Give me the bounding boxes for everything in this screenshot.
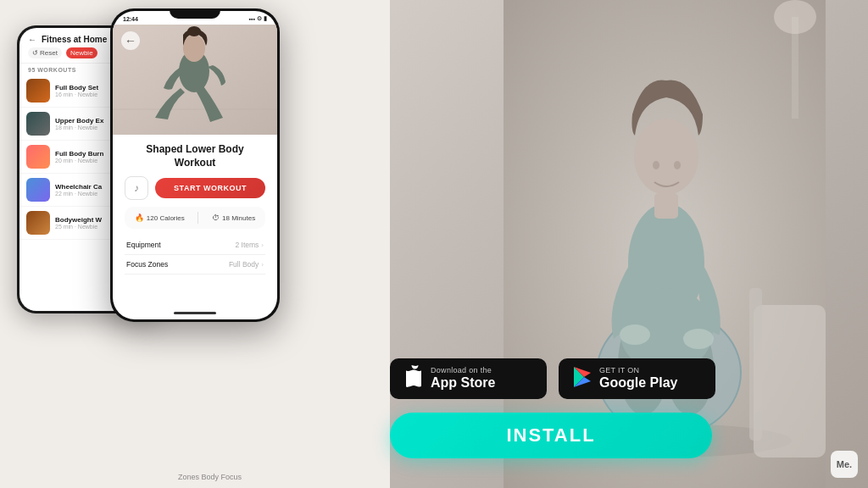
zones-body-focus-text: Zones Body Focus	[178, 473, 242, 481]
phone-front: 12:44 ▪▪▪ ⊙ ▮ ←	[110, 8, 280, 322]
clock-icon: ⏱	[212, 214, 220, 222]
hero-back-arrow[interactable]: ←	[121, 31, 140, 50]
svg-point-22	[183, 35, 205, 62]
google-play-icon	[572, 366, 593, 391]
app-title: Fitness at Home	[42, 35, 107, 44]
calories-stat: 🔥 120 Calories	[135, 212, 185, 224]
newbie-filter[interactable]: Newbie	[66, 47, 97, 58]
apple-icon	[403, 365, 424, 392]
app-store-button[interactable]: Download on the App Store	[390, 358, 547, 399]
chevron-right-icon: ›	[261, 261, 264, 269]
workout-stats: 🔥 120 Calories ⏱ 18 Minutes	[125, 207, 265, 229]
store-buttons: Download on the App Store GET IT ON Goog…	[390, 358, 868, 399]
duration-stat: ⏱ 18 Minutes	[212, 212, 255, 224]
music-button[interactable]: ♪	[125, 176, 148, 200]
right-panel: Download on the App Store GET IT ON Goog…	[373, 0, 868, 488]
workout-thumbnail	[26, 79, 50, 103]
workout-title: Shaped Lower Body Workout	[125, 143, 265, 169]
home-bar	[174, 312, 216, 314]
flame-icon: 🔥	[135, 214, 144, 222]
chevron-right-icon: ›	[261, 241, 264, 249]
reset-filter[interactable]: ↺ Reset	[28, 47, 62, 58]
stat-divider	[198, 212, 198, 224]
google-play-text: GET IT ON Google Play	[599, 367, 677, 391]
me-logo: Me.	[831, 451, 858, 478]
workout-hero-image: ←	[113, 25, 277, 135]
start-workout-button[interactable]: START WORKOUT	[155, 178, 265, 198]
wifi-icon: ⊙	[257, 15, 262, 22]
battery-icon: ▮	[264, 15, 267, 22]
google-play-button[interactable]: GET IT ON Google Play	[559, 358, 715, 399]
focus-zones-row[interactable]: Focus Zones Full Body ›	[125, 255, 265, 274]
app-store-text: Download on the App Store	[431, 367, 495, 391]
workout-thumbnail	[26, 178, 50, 202]
time: 12:44	[123, 16, 138, 22]
workout-actions: ♪ START WORKOUT	[125, 176, 265, 200]
back-arrow-icon: ←	[28, 35, 36, 44]
phone-notch	[170, 8, 220, 19]
install-button[interactable]: INSTALL	[390, 413, 712, 458]
reset-icon: ↺	[32, 49, 38, 57]
signal-icon: ▪▪▪	[249, 16, 255, 22]
workout-thumbnail	[26, 112, 50, 136]
svg-point-23	[187, 26, 201, 36]
workout-detail: Shaped Lower Body Workout ♪ START WORKOU…	[113, 135, 277, 281]
workout-thumbnail	[26, 145, 50, 169]
equipment-row[interactable]: Equipment 2 Items ›	[125, 236, 265, 255]
workout-thumbnail	[26, 211, 50, 235]
